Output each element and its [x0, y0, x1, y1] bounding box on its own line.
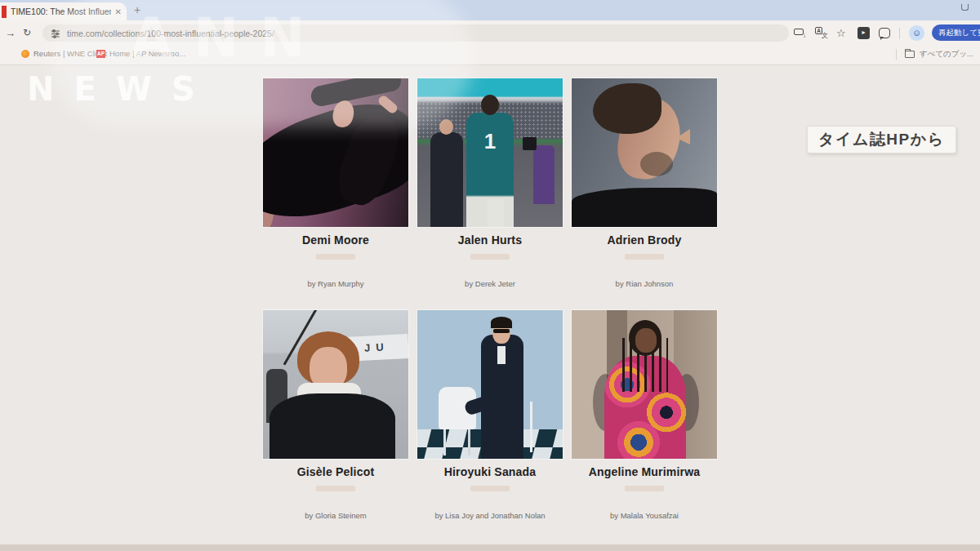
person-name: Hiroyuki Sanada: [444, 465, 537, 478]
site-info-icon[interactable]: [51, 29, 60, 38]
person-name: Gisèle Pelicot: [297, 465, 375, 478]
tab-title: TIME100: The Most Influential P...: [11, 7, 111, 16]
bookmarks-bar: Reuters | WNE Client AP Home | AP Newsro…: [0, 46, 980, 65]
folder-icon: [905, 51, 915, 58]
all-bookmarks-button[interactable]: すべてのブッ...: [896, 49, 973, 60]
person-card-gisele-pelicot[interactable]: DE JU Gisèle Pelicot by Gloria Steinem: [263, 310, 408, 542]
toolbar-separator: [899, 28, 900, 39]
letterbox-bottom-bar: [0, 544, 980, 551]
photo-jalen-hurts[interactable]: 1: [417, 78, 563, 227]
photo-adrien-brody[interactable]: [572, 78, 717, 227]
photo-demi-moore[interactable]: [263, 78, 408, 227]
person-byline: by Derek Jeter: [465, 279, 515, 288]
jersey-number: 1: [466, 129, 514, 154]
browser-tab[interactable]: TIME100: The Most Influential P... ✕: [0, 2, 127, 20]
person-name: Demi Moore: [302, 233, 369, 247]
photo-hiroyuki-sanada[interactable]: [417, 310, 563, 459]
person-byline: by Rian Johnson: [616, 279, 674, 288]
tab-close-icon[interactable]: ✕: [115, 7, 122, 16]
photo-gisele-pelicot[interactable]: DE JU: [263, 310, 408, 459]
photo-angeline-murimirwa[interactable]: [572, 310, 717, 459]
profile-avatar[interactable]: ☺: [909, 25, 924, 41]
translate-icon[interactable]: A 文: [815, 27, 827, 39]
address-bar[interactable]: time.com/collections/100-most-influentia…: [42, 24, 789, 42]
forward-button[interactable]: →: [5, 27, 16, 39]
person-byline: by Ryan Murphy: [307, 279, 363, 288]
url-text[interactable]: time.com/collections/100-most-influentia…: [67, 29, 274, 38]
bookmark-ap[interactable]: AP Home | AP Newsroo...: [96, 49, 185, 58]
bookmark-star-icon[interactable]: ☆: [836, 27, 849, 39]
person-byline: by Lisa Joy and Jonathan Nolan: [434, 511, 545, 520]
caption-text: タイム誌HPから: [818, 129, 945, 150]
category-label-faint: [470, 486, 510, 491]
person-name: Adrien Brody: [607, 233, 681, 247]
category-label-faint: [316, 486, 355, 491]
ap-icon: AP: [96, 50, 105, 58]
reload-button[interactable]: ↻: [23, 27, 31, 38]
chrome-update-button[interactable]: 再起動して更新: [932, 24, 980, 41]
window-restore-icon[interactable]: [961, 4, 969, 11]
person-card-angeline-murimirwa[interactable]: Angeline Murimirwa by Malala Yousafzai: [572, 310, 717, 542]
category-label-faint: [625, 486, 664, 491]
reuters-icon: [21, 50, 29, 58]
person-name: Jalen Hurts: [458, 233, 522, 247]
person-card-demi-moore[interactable]: Demi Moore by Ryan Murphy: [263, 78, 408, 310]
person-byline: by Malala Yousafzai: [610, 511, 679, 520]
person-byline: by Gloria Steinem: [305, 511, 367, 520]
person-card-jalen-hurts[interactable]: 1 Jalen Hurts by Derek Jeter: [417, 78, 563, 310]
person-card-adrien-brody[interactable]: Adrien Brody by Rian Johnson: [572, 78, 717, 310]
broadcast-caption: タイム誌HPから: [807, 126, 956, 153]
category-label-faint: [470, 254, 510, 260]
category-label-faint: [625, 254, 664, 260]
person-card-hiroyuki-sanada[interactable]: Hiroyuki Sanada by Lisa Joy and Jonathan…: [417, 310, 563, 542]
category-label-faint: [316, 254, 355, 260]
new-tab-button[interactable]: +: [131, 3, 144, 16]
extension-bubble-icon[interactable]: [879, 28, 890, 38]
tab-strip: TIME100: The Most Influential P... ✕ +: [0, 0, 980, 20]
send-to-device-icon[interactable]: ↓: [794, 27, 806, 39]
person-name: Angeline Murimirwa: [589, 465, 701, 478]
time-favicon: [2, 6, 7, 18]
extension-dark-icon[interactable]: ▸: [858, 27, 870, 39]
people-grid: Demi Moore by Ryan Murphy 1 Jalen Hurts …: [263, 78, 718, 542]
bookmark-reuters[interactable]: Reuters | WNE Client: [21, 49, 107, 58]
